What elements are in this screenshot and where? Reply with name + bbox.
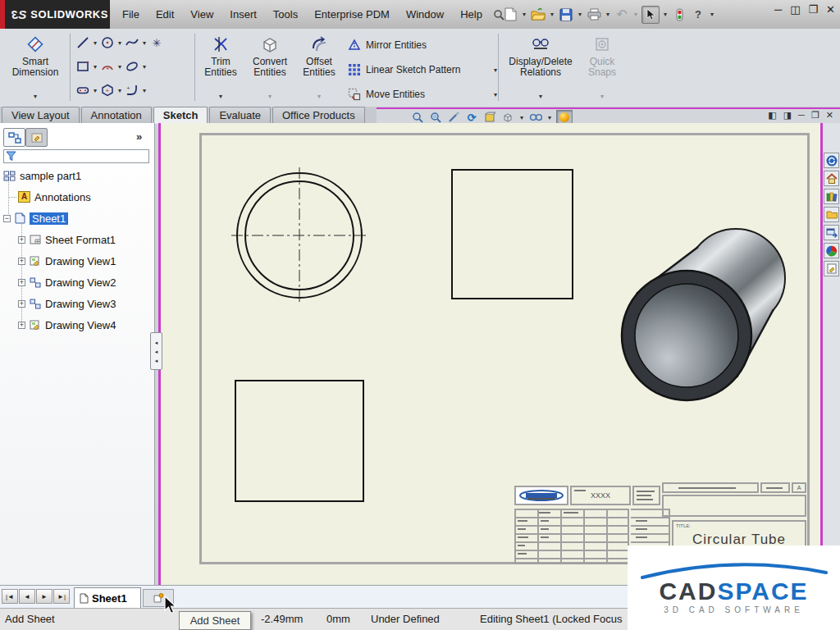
menu-view[interactable]: View [183, 5, 221, 24]
view-orientation-dropdown-icon[interactable]: ▾ [518, 114, 525, 121]
menu-file[interactable]: File [115, 5, 147, 24]
tree-item-drawing-view1[interactable]: + Drawing View1 [18, 253, 116, 268]
display-style-icon[interactable] [528, 111, 543, 124]
view-orientation-icon[interactable] [500, 111, 515, 124]
zoom-selected-icon[interactable] [446, 111, 461, 124]
new-dropdown-icon[interactable]: ▾ [521, 11, 527, 18]
tab-office-products[interactable]: Office Products [272, 107, 365, 124]
expand-expander-icon[interactable]: + [18, 236, 25, 244]
tree-filter-input[interactable] [16, 150, 143, 163]
zoom-area-icon[interactable] [428, 111, 443, 124]
prev-sheet-button[interactable]: ◄ [19, 589, 35, 604]
appearances-icon[interactable] [824, 243, 839, 258]
panel-expand-chevron[interactable]: » [136, 130, 142, 143]
graphics-area[interactable]: XXXX A TITLE: Circular Tube [158, 123, 823, 587]
help-icon[interactable]: ? [690, 7, 706, 23]
menu-enterprise-pdm[interactable]: Enterprise PDM [307, 5, 397, 24]
line-tool-icon[interactable] [75, 35, 90, 50]
relations-dropdown-icon[interactable]: ▾ [537, 91, 544, 102]
custom-properties-icon[interactable] [824, 261, 839, 276]
mirror-entities-button[interactable]: Mirror Entities [348, 39, 499, 52]
tab-evaluate[interactable]: Evaluate [209, 107, 271, 124]
convert-entities-button[interactable]: Convert Entities ▾ [246, 31, 294, 103]
panel-collapse-handle[interactable]: ◂◂◂ [150, 332, 162, 370]
sheet1-tab[interactable]: Sheet1 [74, 587, 141, 609]
point-tool-icon[interactable]: ✳ [149, 35, 164, 50]
display-delete-relations-button[interactable]: Display/Delete Relations ▾ [502, 31, 579, 103]
zoom-fit-icon[interactable] [410, 111, 425, 124]
help-dropdown-icon[interactable]: ▾ [709, 11, 715, 18]
doc-minimize-button[interactable]: ─ [798, 110, 805, 121]
restore-button[interactable]: ◫ [790, 3, 800, 16]
first-sheet-button[interactable]: |◄ [2, 589, 18, 604]
last-sheet-button[interactable]: ►| [53, 589, 70, 604]
line-dropdown-icon[interactable]: ▾ [92, 39, 98, 47]
reload-traffic-icon[interactable] [671, 7, 687, 23]
cascade-button[interactable]: ❐ [808, 3, 818, 16]
trim-dropdown-icon[interactable]: ▾ [217, 91, 224, 102]
menu-window[interactable]: Window [399, 5, 451, 24]
ellipse-dropdown-icon[interactable]: ▾ [141, 63, 148, 71]
tree-item-sheet-format1[interactable]: + Sheet Format1 [18, 232, 116, 247]
select-arrow-icon[interactable] [641, 6, 660, 24]
tree-item-drawing-view2[interactable]: + Drawing View2 [18, 275, 116, 290]
tab-view-layout[interactable]: View Layout [2, 107, 80, 124]
expand-expander-icon[interactable]: + [18, 279, 25, 286]
feature-tree-tab[interactable] [3, 128, 25, 147]
print-icon[interactable] [586, 7, 602, 23]
doc-restore-button[interactable]: ❐ [811, 110, 819, 121]
expand-expander-icon[interactable]: + [18, 300, 25, 308]
fillet-tool-icon[interactable]: + [125, 83, 139, 98]
arc-dropdown-icon[interactable]: ▾ [116, 63, 123, 71]
home-icon[interactable] [824, 171, 839, 186]
trim-entities-button[interactable]: Trim Entities ▾ [199, 31, 242, 103]
collapse-expander-icon[interactable]: − [3, 215, 11, 222]
doc-prev-window-icon[interactable]: ◧ [768, 110, 776, 121]
expand-expander-icon[interactable]: + [18, 258, 25, 265]
polygon-dropdown-icon[interactable]: ▾ [116, 87, 123, 94]
menu-insert[interactable]: Insert [222, 5, 264, 24]
view-palette-icon[interactable] [824, 225, 839, 240]
close-button[interactable]: ✕ [826, 3, 835, 16]
offset-entities-button[interactable]: Offset Entities ▾ [297, 31, 341, 103]
undo-icon[interactable]: ↶ [614, 7, 630, 23]
save-icon[interactable] [558, 7, 574, 23]
spline-dropdown-icon[interactable]: ▾ [141, 39, 148, 47]
open-icon[interactable] [530, 7, 546, 23]
property-manager-tab[interactable] [25, 128, 48, 147]
rotate-view-icon[interactable]: ⟳ [464, 111, 479, 124]
tab-annotation[interactable]: Annotation [81, 107, 152, 124]
save-dropdown-icon[interactable]: ▾ [577, 11, 583, 18]
select-dropdown-icon[interactable]: ▾ [662, 11, 669, 18]
pan-view-icon[interactable] [482, 111, 497, 124]
tree-item-drawing-view4[interactable]: + Drawing View4 [18, 317, 116, 332]
circle-tool-icon[interactable] [100, 35, 115, 50]
next-sheet-button[interactable]: ► [36, 589, 52, 604]
file-explorer-icon[interactable] [824, 207, 839, 222]
tree-item-root[interactable]: sample part1 [3, 168, 81, 183]
print-dropdown-icon[interactable]: ▾ [605, 11, 611, 18]
open-dropdown-icon[interactable]: ▾ [549, 11, 555, 18]
smart-dimension-button[interactable]: Smart Dimension ▾ [5, 31, 66, 103]
tree-item-drawing-view3[interactable]: + Drawing View3 [18, 296, 116, 311]
doc-next-window-icon[interactable]: ◨ [783, 110, 792, 121]
tab-sketch[interactable]: Sketch [153, 107, 208, 124]
arc-tool-icon[interactable]: + [100, 59, 115, 74]
slot-dropdown-icon[interactable]: ▾ [92, 87, 98, 94]
menu-tools[interactable]: Tools [266, 5, 305, 24]
polygon-tool-icon[interactable]: + [100, 83, 115, 98]
tree-item-sheet1[interactable]: − Sheet1 [3, 211, 68, 226]
spline-tool-icon[interactable] [125, 35, 139, 50]
expand-expander-icon[interactable]: + [18, 322, 25, 329]
rectangle-dropdown-icon[interactable]: ▾ [92, 63, 98, 71]
slot-tool-icon[interactable] [75, 83, 90, 98]
ellipse-tool-icon[interactable] [125, 59, 139, 74]
sw-resources-icon[interactable] [824, 153, 839, 168]
menu-help[interactable]: Help [453, 5, 490, 24]
fillet-dropdown-icon[interactable]: ▾ [141, 87, 148, 94]
move-entities-button[interactable]: Move Entities ▾ [348, 88, 499, 101]
doc-close-button[interactable]: ✕ [826, 110, 833, 121]
circle-dropdown-icon[interactable]: ▾ [116, 39, 123, 47]
new-document-icon[interactable] [502, 7, 518, 23]
display-style-dropdown-icon[interactable]: ▾ [546, 114, 553, 121]
